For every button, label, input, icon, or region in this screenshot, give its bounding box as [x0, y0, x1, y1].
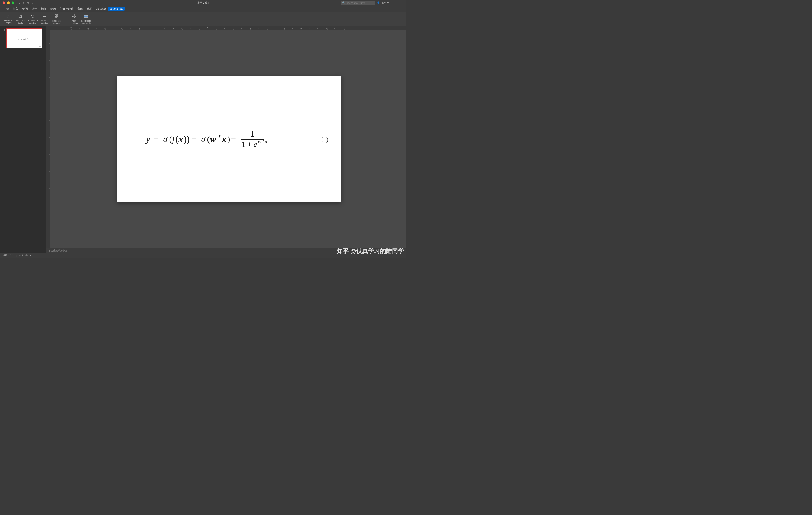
- svg-text:3: 3: [233, 27, 234, 29]
- svg-text:15: 15: [334, 27, 336, 29]
- svg-text:12: 12: [104, 27, 106, 29]
- svg-text:9: 9: [48, 33, 49, 35]
- svg-text:7: 7: [48, 50, 49, 52]
- menu-start[interactable]: 开始: [2, 7, 11, 11]
- svg-text:4: 4: [48, 144, 49, 146]
- more-icon[interactable]: ⌄: [31, 1, 33, 4]
- rasterize-icon: [54, 14, 59, 20]
- svg-rect-7: [55, 15, 56, 16]
- svg-text:9: 9: [48, 187, 49, 188]
- svg-text:5: 5: [250, 27, 251, 29]
- menu-draw[interactable]: 绘图: [21, 7, 29, 11]
- slides-sidebar: 1 y = σ(f(x)) = σ(wTx) = 1/1+ewTx (1): [0, 26, 46, 253]
- svg-text:): ): [227, 134, 230, 144]
- edit-latex-button[interactable]: Edit LaTeXdisplay: [15, 13, 26, 25]
- menu-view[interactable]: 视图: [85, 7, 94, 11]
- main-settings-button[interactable]: MainSettings: [68, 13, 80, 25]
- svg-point-5: [42, 18, 43, 18]
- close-button[interactable]: [3, 1, 5, 4]
- svg-text:11: 11: [300, 27, 302, 29]
- svg-text:=: =: [191, 134, 196, 144]
- new-latex-button[interactable]: Σ New LaTeXdisplay: [3, 13, 14, 25]
- svg-text:x: x: [222, 134, 227, 144]
- insert-vector-label: Insert vectorgraphics file: [81, 20, 91, 25]
- svg-text:2: 2: [224, 27, 225, 29]
- slide-info: 幻灯片 1/1: [3, 254, 13, 257]
- search-box[interactable]: 🔍 在演示文稿中搜索: [341, 1, 375, 5]
- traffic-lights: [3, 1, 14, 4]
- svg-text:1: 1: [215, 27, 216, 29]
- svg-text:1 +: 1 +: [241, 140, 252, 148]
- svg-text:1: 1: [48, 118, 49, 120]
- svg-text:2: 2: [190, 27, 191, 29]
- slide-canvas[interactable]: y = σ ( f ( x )) = σ ( w: [117, 76, 341, 202]
- ribbon-group-latex: Σ New LaTeXdisplay Edit LaTeXdisplay: [2, 12, 63, 26]
- svg-text:3: 3: [181, 27, 182, 29]
- svg-rect-10: [57, 17, 58, 18]
- svg-text:(: (: [207, 134, 210, 144]
- share-button[interactable]: 共享 ∨: [382, 1, 389, 4]
- main-area: 1 y = σ(f(x)) = σ(wTx) = 1/1+ewTx (1): [0, 26, 406, 253]
- rasterize-button[interactable]: Rasterizeselection: [51, 13, 62, 25]
- svg-text:σ: σ: [163, 134, 168, 144]
- svg-point-11: [74, 16, 75, 17]
- minimize-button[interactable]: [7, 1, 10, 4]
- menu-acrobat[interactable]: Acrobat: [94, 7, 108, 11]
- menu-design[interactable]: 设计: [30, 7, 39, 11]
- svg-text:9: 9: [284, 27, 285, 29]
- fullscreen-button[interactable]: [11, 1, 14, 4]
- regenerate-label: Regenerateselection: [28, 20, 37, 24]
- status-bar: 幻灯片 1/1 | 中文 (中国): [0, 253, 406, 258]
- svg-rect-8: [57, 15, 58, 16]
- regenerate-button[interactable]: Regenerateselection: [27, 13, 38, 25]
- svg-text:T: T: [262, 138, 265, 142]
- menu-review[interactable]: 审阅: [76, 7, 85, 11]
- rasterize-label: Rasterizeselection: [53, 20, 61, 25]
- regenerate-icon: [30, 14, 35, 19]
- svg-text:11: 11: [113, 27, 115, 29]
- svg-text:w: w: [258, 139, 261, 144]
- svg-text:3: 3: [48, 136, 49, 137]
- vectorize-button[interactable]: Vectorizeselection: [39, 13, 50, 25]
- svg-text:7: 7: [147, 27, 148, 29]
- svg-text:6: 6: [48, 59, 49, 60]
- svg-marker-4: [31, 16, 32, 17]
- home-icon[interactable]: ⌂: [19, 1, 21, 5]
- svg-text:8: 8: [275, 27, 277, 29]
- svg-text:(: (: [169, 134, 172, 144]
- svg-text:5: 5: [48, 67, 49, 69]
- ruler-vertical: 9 8 7 6 5 4 3 2: [46, 30, 50, 248]
- svg-text:16: 16: [343, 27, 345, 29]
- svg-text:0: 0: [207, 27, 208, 29]
- menu-insert[interactable]: 插入: [11, 7, 20, 11]
- svg-text:1: 1: [199, 27, 200, 29]
- slide-thumbnail-1[interactable]: y = σ(f(x)) = σ(wTx) = 1/1+ewTx (1): [6, 28, 42, 48]
- formula-container: y = σ ( f ( x )) = σ ( w: [130, 126, 328, 153]
- forward-icon[interactable]: ↪: [27, 1, 29, 4]
- svg-point-6: [46, 18, 47, 18]
- slide-number-1: 1: [2, 29, 5, 32]
- svg-text:4: 4: [241, 27, 242, 29]
- menu-iguanatex[interactable]: IguanaTeX: [108, 7, 124, 11]
- svg-text:5: 5: [48, 153, 49, 154]
- insert-vector-button[interactable]: Insert vectorgraphics file: [80, 13, 92, 25]
- status-separator: |: [16, 254, 17, 256]
- edit-icon: [18, 14, 23, 19]
- svg-text:=: =: [231, 134, 236, 144]
- menu-switch[interactable]: 切换: [39, 7, 48, 11]
- back-icon[interactable]: ↩: [23, 1, 25, 4]
- search-icon: 🔍: [342, 1, 345, 4]
- notes-placeholder: 单击此处添加备注: [49, 249, 67, 252]
- content-area: 16 15 14 13 12 11 10 9: [46, 26, 406, 253]
- notes-bar[interactable]: 单击此处添加备注: [46, 248, 406, 253]
- svg-text:e: e: [254, 140, 257, 148]
- svg-text:6: 6: [156, 27, 157, 29]
- new-latex-label: New LaTeXdisplay: [4, 20, 13, 24]
- menu-slideshow[interactable]: 幻灯片放映: [58, 7, 75, 11]
- svg-text:T: T: [218, 133, 221, 139]
- main-settings-label: MainSettings: [71, 20, 78, 25]
- svg-text:f: f: [172, 134, 176, 144]
- menu-animation[interactable]: 动画: [49, 7, 58, 11]
- search-placeholder: 在演示文稿中搜索: [346, 1, 365, 4]
- svg-text:=: =: [153, 134, 158, 144]
